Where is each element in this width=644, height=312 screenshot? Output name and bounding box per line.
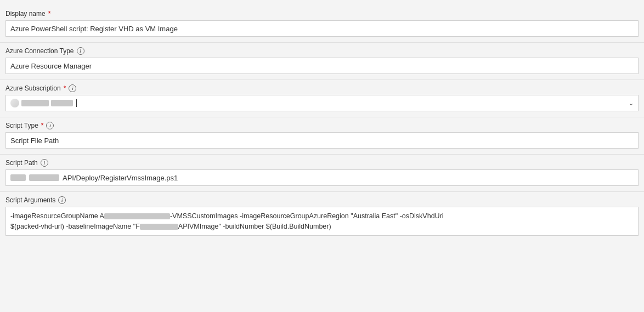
script-type-label-text: Script Type bbox=[5, 122, 38, 129]
script-type-label: Script Type * i bbox=[5, 122, 639, 129]
script-args-line2: $(packed-vhd-url) -baselineImageName "FA… bbox=[10, 222, 444, 232]
subscription-blurred-2 bbox=[51, 100, 73, 106]
azure-subscription-field: Azure Subscription * i ⌄ bbox=[0, 80, 644, 117]
args-line2-blurred bbox=[140, 224, 178, 230]
script-path-label-text: Script Path bbox=[5, 159, 38, 167]
args-line1-prefix: -imageResourceGroupName A bbox=[10, 212, 104, 220]
args-line2-prefix: $(packed-vhd-url) -baselineImageName "F bbox=[10, 223, 140, 230]
script-args-content: -imageResourceGroupName A-VMSSCustomImag… bbox=[10, 211, 444, 232]
script-type-info-icon[interactable]: i bbox=[46, 122, 54, 129]
args-line2-suffix: APIVMImage" -buildNumber $(Build.BuildNu… bbox=[178, 223, 331, 230]
form-container: Display name * Azure PowerShell script: … bbox=[0, 0, 644, 247]
text-cursor bbox=[76, 99, 77, 107]
script-path-blurred-1 bbox=[10, 174, 26, 181]
azure-connection-type-field: Azure Connection Type i Azure Resource M… bbox=[0, 43, 644, 80]
azure-subscription-label-text: Azure Subscription bbox=[5, 84, 61, 92]
script-path-value: API/Deploy/RegisterVmssImage.ps1 bbox=[63, 174, 178, 182]
display-name-required: * bbox=[48, 10, 51, 18]
chevron-down-icon: ⌄ bbox=[629, 100, 634, 107]
script-arguments-info-icon[interactable]: i bbox=[58, 196, 66, 204]
script-arguments-label-text: Script Arguments bbox=[5, 196, 55, 204]
script-type-value: Script File Path bbox=[10, 137, 59, 145]
script-arguments-field: Script Arguments i -imageResourceGroupNa… bbox=[0, 192, 644, 241]
subscription-icon bbox=[10, 99, 19, 107]
script-path-content: API/Deploy/RegisterVmssImage.ps1 bbox=[10, 174, 178, 182]
display-name-input[interactable]: Azure PowerShell script: Register VHD as… bbox=[5, 20, 639, 37]
azure-subscription-label: Azure Subscription * i bbox=[5, 84, 639, 92]
subscription-blurred-1 bbox=[21, 100, 49, 106]
args-line1-blurred bbox=[104, 213, 170, 219]
script-path-blurred-2 bbox=[29, 174, 59, 181]
subscription-content bbox=[10, 99, 77, 107]
display-name-label: Display name * bbox=[5, 10, 639, 18]
azure-subscription-input[interactable]: ⌄ bbox=[5, 95, 639, 111]
display-name-field: Display name * Azure PowerShell script: … bbox=[0, 5, 644, 43]
azure-subscription-required: * bbox=[64, 84, 66, 92]
script-path-input[interactable]: API/Deploy/RegisterVmssImage.ps1 bbox=[5, 169, 639, 186]
script-path-field: Script Path i API/Deploy/RegisterVmssIma… bbox=[0, 155, 644, 192]
azure-subscription-info-icon[interactable]: i bbox=[69, 84, 76, 92]
script-type-required: * bbox=[41, 122, 44, 129]
script-type-input[interactable]: Script File Path bbox=[5, 132, 639, 149]
script-arguments-label: Script Arguments i bbox=[5, 196, 639, 204]
script-type-field: Script Type * i Script File Path bbox=[0, 117, 644, 155]
display-name-label-text: Display name bbox=[5, 10, 46, 18]
azure-connection-type-label-text: Azure Connection Type bbox=[5, 47, 74, 55]
script-arguments-input[interactable]: -imageResourceGroupName A-VMSSCustomImag… bbox=[5, 207, 639, 236]
azure-connection-type-value: Azure Resource Manager bbox=[10, 62, 92, 70]
script-path-label: Script Path i bbox=[5, 159, 639, 167]
args-line1-suffix: -VMSSCustomImages -imageResourceGroupAzu… bbox=[170, 212, 444, 220]
display-name-value: Azure PowerShell script: Register VHD as… bbox=[10, 25, 178, 33]
script-args-line1: -imageResourceGroupName A-VMSSCustomImag… bbox=[10, 211, 444, 222]
azure-connection-type-label: Azure Connection Type i bbox=[5, 47, 639, 55]
azure-connection-type-info-icon[interactable]: i bbox=[77, 47, 84, 55]
script-path-info-icon[interactable]: i bbox=[41, 159, 48, 167]
azure-connection-type-input[interactable]: Azure Resource Manager bbox=[5, 58, 639, 74]
